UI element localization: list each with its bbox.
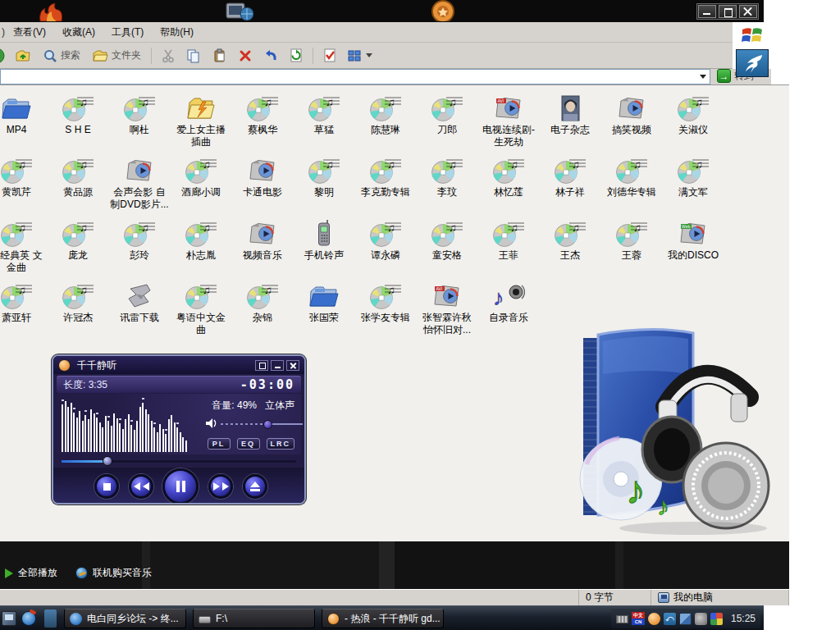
cut-button[interactable] [158,46,178,66]
file-icon[interactable]: ♫王菲 [479,217,538,262]
file-icon[interactable]: ♪自录音乐 [479,280,538,324]
copy-button[interactable] [183,46,204,66]
swallow-logo[interactable] [736,49,769,77]
file-icon[interactable]: ♫林子祥 [541,154,600,199]
taskbar-button-1[interactable]: F:\ [193,609,315,628]
file-icon[interactable]: ♫满文军 [664,154,723,199]
taskbar-button-0[interactable]: 电白同乡论坛 -> 终... [64,609,186,628]
search-button[interactable]: 搜索 [39,46,84,66]
file-icon[interactable]: 卡通电影 [233,154,292,199]
file-icon[interactable]: 手机铃声 [294,217,354,262]
file-icon[interactable]: ♫杂锦 [233,280,292,324]
restore-button[interactable] [719,5,737,18]
file-icon[interactable]: AVI张智霖许秋 怡怀旧对... [418,280,477,336]
file-icon[interactable]: 电子杂志 [541,92,600,136]
file-icon[interactable]: 讯雷下载 [110,280,169,324]
address-input[interactable] [0,69,710,84]
file-icon[interactable]: ♫张学友专辑 [356,280,415,324]
file-icon[interactable]: ♫陈慧琳 [356,92,415,136]
file-icon[interactable]: ♫关淑仪 [664,92,723,136]
keyboard-tray-icon[interactable] [616,615,628,623]
play-all-button[interactable]: 全部播放 [5,566,57,580]
file-icon[interactable]: ♫草猛 [294,92,354,136]
file-icon[interactable]: 会声会影 自制DVD影片... [110,154,169,211]
file-icon[interactable]: 视频音乐 [233,217,292,262]
player-titlebar[interactable]: 千千静听 [53,356,304,374]
stop-button[interactable] [94,474,119,499]
file-icon[interactable]: ♫许冠杰 [48,280,107,324]
file-icon[interactable]: ♫啊杜 [110,92,169,136]
menu-item-1[interactable]: 收藏(A) [54,23,103,42]
file-icon[interactable]: ♫刀郎 [418,92,477,136]
menu-item-2[interactable]: 工具(T) [103,23,152,42]
input-method-tray-icon[interactable] [710,613,723,625]
minimize-button[interactable] [698,5,716,18]
file-icon[interactable]: ♫刘德华专辑 [602,154,661,199]
speaker-icon[interactable] [204,417,219,430]
views-button[interactable] [345,47,376,65]
refresh-button[interactable] [286,46,306,66]
next-button[interactable] [208,474,233,499]
player-restore-button[interactable] [255,360,268,371]
quicklaunch-divider[interactable] [44,609,57,628]
file-icon[interactable]: ♫李克勤专辑 [356,154,415,199]
file-icon[interactable]: AVI电视连续剧-生死劫 [479,92,538,148]
ie-quicklaunch-icon[interactable] [21,611,36,626]
chinese-input-tray-icon[interactable]: 中文 CN [632,612,645,625]
folders-button[interactable]: 文件夹 [89,46,144,66]
file-icon[interactable]: ♫童安格 [418,217,477,262]
file-icon[interactable]: 搞笑视频 [602,92,661,136]
lyrics-button[interactable]: LRC [267,438,295,450]
file-icon[interactable]: ♫粤语中文金 曲 [171,280,231,336]
file-icon[interactable]: 爱上女主播 插曲 [171,92,231,148]
file-icon[interactable]: ♫黎明 [294,154,354,199]
file-icon[interactable]: 张国荣 [294,280,354,324]
file-icon[interactable]: ♫蔡枫华 [233,92,292,136]
show-desktop-icon[interactable] [2,611,16,626]
close-button[interactable] [739,5,757,18]
progress-bar[interactable] [57,456,301,466]
file-icon[interactable]: Web我的DISCO [664,217,723,262]
file-icon[interactable]: ♫王蓉 [602,217,661,262]
file-icon[interactable]: ♫李玟 [418,154,477,199]
file-icon[interactable]: ♫萧亚轩 [0,280,46,324]
playlist-button[interactable]: PL [208,438,231,450]
file-icon[interactable]: ♫朴志胤 [171,217,231,262]
search-label: 搜索 [61,48,80,62]
file-icon[interactable]: ♫彭玲 [110,217,169,262]
progress-knob[interactable] [103,456,112,466]
address-dropdown-button[interactable] [697,71,708,82]
taskbar-button-2[interactable]: - 热浪 - 千千静听 gd... [322,609,444,628]
file-icon[interactable]: ♫美经典英 文金曲 [0,217,46,274]
thunder-tray-icon[interactable]: ⤺ [664,613,676,625]
previous-button[interactable] [129,474,153,499]
delete-button[interactable] [235,47,255,65]
paste-button[interactable] [209,46,231,66]
menu-item-3[interactable]: 帮助(H) [152,23,202,42]
back-button-clipped[interactable] [0,47,7,65]
undo-button[interactable] [260,47,281,65]
checkmark-doc-button[interactable] [320,46,340,66]
volume-slider-knob[interactable] [263,420,272,429]
volume-slider[interactable] [221,420,303,428]
pause-button[interactable] [162,468,199,504]
eject-button[interactable] [243,474,267,499]
file-icon[interactable]: ♫林忆莲 [479,154,538,199]
network-tray-icon[interactable] [679,613,692,625]
buy-music-online-button[interactable]: 联机购买音乐 [75,566,152,580]
file-icon[interactable]: ♫黄凯芹 [0,154,46,199]
volume-tray-icon[interactable] [695,613,707,625]
file-icon[interactable]: ♫谭永磷 [356,217,415,262]
ttplayer-tray-icon[interactable] [648,613,660,625]
file-icon[interactable]: MP4 [0,92,46,136]
file-icon[interactable]: ♫王杰 [541,217,600,262]
equalizer-button[interactable]: EQ [237,438,260,450]
file-icon[interactable]: ♫黄品源 [48,154,107,199]
up-button[interactable] [11,46,34,66]
file-icon[interactable]: ♫酒廊小调 [171,154,231,199]
file-icon[interactable]: ♫庞龙 [48,217,107,262]
menu-item-0[interactable]: 查看(V) [5,23,54,42]
player-minimize-button[interactable] [271,360,284,371]
file-icon[interactable]: ♫S H E [48,92,107,136]
player-close-button[interactable] [286,360,299,371]
